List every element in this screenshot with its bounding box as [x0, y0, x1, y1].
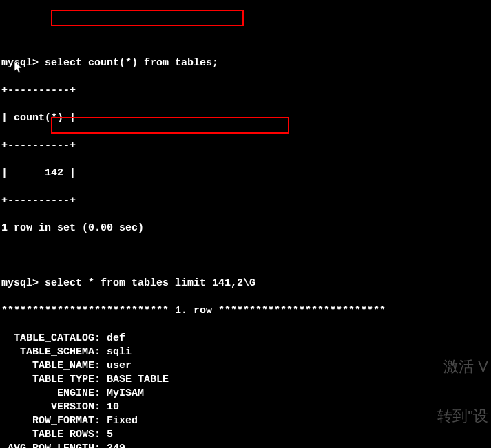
sql-query-1: select count(*) from tables;	[45, 57, 218, 69]
watermark-line1: 激活 V	[437, 359, 488, 375]
field-row: ROW_FORMAT: Fixed	[1, 414, 490, 428]
ascii-border-top: +----------+	[1, 84, 490, 98]
field-row: TABLE_CATALOG: def	[1, 332, 490, 345]
highlight-box-1	[51, 10, 244, 26]
prompt-line-1[interactable]: mysql> select count(*) from tables;	[1, 56, 490, 70]
ascii-header: | count(*) |	[1, 111, 490, 125]
field-row: TABLE_SCHEMA: sqli	[1, 345, 490, 359]
result-footer-1: 1 row in set (0.00 sec)	[1, 222, 490, 235]
field-row: TABLE_ROWS: 5	[1, 428, 490, 442]
mysql-prompt: mysql>	[1, 277, 39, 289]
row-separator: *************************** 1. row *****…	[1, 304, 490, 318]
field-row: TABLE_TYPE: BASE TABLE	[1, 373, 490, 387]
windows-activation-watermark: 激活 V 转到"设	[437, 326, 488, 441]
blank-line	[1, 249, 490, 263]
mouse-cursor-icon	[14, 33, 25, 47]
ascii-value-row: | 142 |	[1, 167, 490, 180]
prompt-line-2[interactable]: mysql> select * from tables limit 141,2\…	[1, 277, 490, 290]
field-row: TABLE_NAME: user	[1, 359, 490, 373]
ascii-border-mid: +----------+	[1, 139, 490, 153]
field-row: VERSION: 10	[1, 401, 490, 414]
watermark-line2: 转到"设	[437, 408, 488, 425]
field-row: ENGINE: MyISAM	[1, 387, 490, 401]
result-fields: TABLE_CATALOG: def TABLE_SCHEMA: sqli TA…	[1, 332, 490, 448]
mysql-prompt: mysql>	[1, 57, 39, 69]
ascii-border-bot: +----------+	[1, 194, 490, 208]
field-row: AVG_ROW_LENGTH: 249	[1, 442, 490, 448]
sql-query-2: select * from tables limit 141,2\G	[45, 277, 255, 289]
